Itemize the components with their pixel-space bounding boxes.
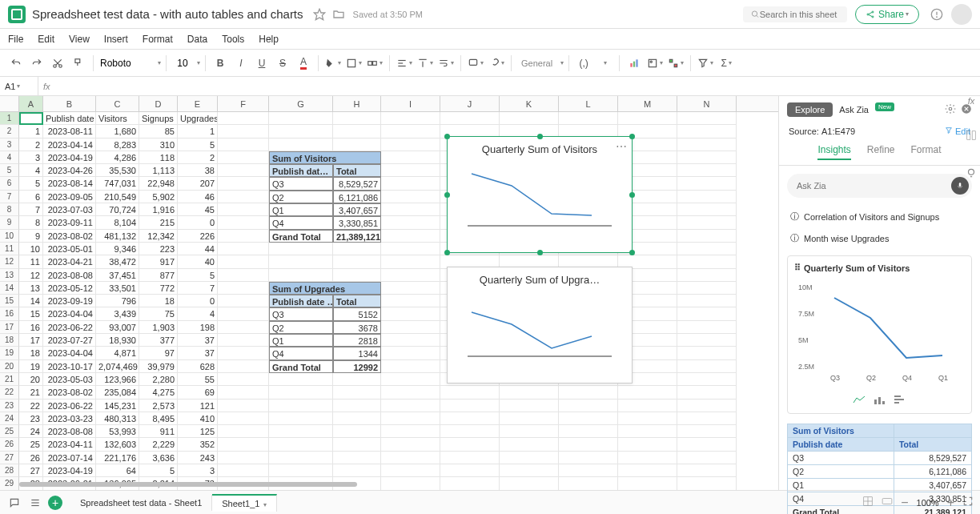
cell[interactable] bbox=[218, 334, 269, 347]
cell[interactable] bbox=[381, 386, 440, 399]
cell[interactable] bbox=[618, 464, 677, 477]
menu-file[interactable]: File bbox=[8, 34, 23, 45]
cell[interactable]: Signups bbox=[139, 112, 178, 125]
cell[interactable] bbox=[269, 125, 333, 138]
cell[interactable]: 772 bbox=[139, 282, 178, 295]
cell[interactable]: 8,495 bbox=[139, 412, 178, 425]
col-header-A[interactable]: A bbox=[19, 96, 43, 111]
cell[interactable]: 310 bbox=[139, 139, 178, 151]
cell[interactable] bbox=[559, 438, 618, 451]
tab-insights[interactable]: Insights bbox=[817, 144, 850, 160]
pivot-title[interactable]: Sum of Upgrades bbox=[269, 282, 381, 295]
cell[interactable] bbox=[500, 425, 559, 438]
comment-icon[interactable] bbox=[6, 495, 22, 511]
row-header[interactable]: 16 bbox=[0, 307, 19, 320]
cell[interactable] bbox=[218, 177, 269, 190]
row-header[interactable]: 19 bbox=[0, 347, 19, 359]
cell[interactable]: 215 bbox=[139, 216, 178, 229]
cell[interactable]: 16 bbox=[19, 321, 43, 334]
keyboard-icon[interactable] bbox=[882, 496, 893, 509]
cell[interactable]: 628 bbox=[178, 360, 218, 373]
cell[interactable]: 75 bbox=[139, 307, 178, 320]
cell[interactable] bbox=[677, 373, 737, 386]
cell[interactable] bbox=[677, 464, 737, 477]
cell[interactable] bbox=[559, 425, 618, 438]
cell[interactable] bbox=[333, 125, 381, 138]
cell[interactable] bbox=[381, 230, 440, 243]
cell[interactable] bbox=[381, 177, 440, 190]
cell[interactable]: 145,231 bbox=[96, 400, 139, 412]
chart-menu-icon[interactable]: ⋯ bbox=[616, 140, 627, 153]
row-header[interactable]: 8 bbox=[0, 203, 19, 216]
cell[interactable] bbox=[677, 112, 737, 125]
cell[interactable] bbox=[218, 139, 269, 151]
cell[interactable]: 2023-08-14 bbox=[43, 177, 96, 190]
row-header[interactable]: 2 bbox=[0, 125, 19, 138]
cell[interactable] bbox=[333, 243, 381, 255]
cell[interactable]: 8,283 bbox=[96, 139, 139, 151]
cell[interactable]: 22,948 bbox=[139, 177, 178, 190]
cell[interactable] bbox=[381, 347, 440, 359]
cell[interactable]: 2818 bbox=[333, 334, 381, 347]
cell[interactable]: Q2 bbox=[269, 191, 333, 203]
cell[interactable]: 0 bbox=[178, 295, 218, 307]
cell[interactable] bbox=[677, 400, 737, 412]
number-format-label[interactable]: General bbox=[516, 58, 557, 68]
menu-help[interactable]: Help bbox=[259, 34, 279, 45]
cell[interactable]: Q4 bbox=[269, 216, 333, 229]
help-icon[interactable] bbox=[930, 8, 943, 21]
fullscreen-icon[interactable] bbox=[962, 496, 974, 509]
cell[interactable]: Q3 bbox=[269, 307, 333, 320]
wrap-button[interactable]: ▾ bbox=[436, 54, 456, 73]
grid-toggle-icon[interactable] bbox=[862, 496, 874, 509]
cell[interactable] bbox=[500, 112, 559, 125]
cell[interactable] bbox=[440, 112, 500, 125]
cell[interactable]: 7 bbox=[178, 282, 218, 295]
cell[interactable]: Q3 bbox=[269, 177, 333, 190]
row-header[interactable]: 24 bbox=[0, 412, 19, 425]
cell[interactable]: 1 bbox=[178, 125, 218, 138]
cell[interactable]: 2023-07-03 bbox=[43, 203, 96, 216]
cell[interactable] bbox=[618, 425, 677, 438]
cell[interactable]: 27 bbox=[19, 464, 43, 477]
cell[interactable] bbox=[269, 373, 333, 386]
cell[interactable]: 5 bbox=[139, 464, 178, 477]
cell[interactable]: 747,031 bbox=[96, 177, 139, 190]
cell[interactable]: 1,903 bbox=[139, 321, 178, 334]
cell[interactable]: 5 bbox=[178, 269, 218, 282]
cell[interactable] bbox=[440, 425, 500, 438]
cell[interactable] bbox=[677, 243, 737, 255]
cell[interactable] bbox=[218, 452, 269, 464]
formula-input[interactable] bbox=[55, 77, 980, 95]
cell[interactable]: 13 bbox=[19, 282, 43, 295]
row-header[interactable]: 26 bbox=[0, 438, 19, 451]
ask-zia-input-container[interactable] bbox=[787, 174, 972, 198]
cell[interactable] bbox=[618, 438, 677, 451]
cell[interactable] bbox=[333, 400, 381, 412]
pivot-title[interactable]: Sum of Visitors bbox=[269, 151, 381, 164]
cell[interactable] bbox=[677, 164, 737, 177]
cell[interactable] bbox=[218, 347, 269, 359]
cell[interactable]: 2023-03-23 bbox=[43, 412, 96, 425]
col-header-K[interactable]: K bbox=[500, 96, 559, 111]
cell[interactable]: 38,472 bbox=[96, 255, 139, 268]
cell[interactable] bbox=[269, 386, 333, 399]
cell[interactable] bbox=[677, 216, 737, 229]
cell[interactable]: Visitors bbox=[96, 112, 139, 125]
cell[interactable] bbox=[218, 400, 269, 412]
strike-button[interactable]: S bbox=[273, 54, 292, 73]
cell[interactable]: 210,549 bbox=[96, 191, 139, 203]
row-header[interactable]: 14 bbox=[0, 282, 19, 295]
cell[interactable]: 19 bbox=[19, 360, 43, 373]
cell[interactable] bbox=[500, 452, 559, 464]
cell[interactable] bbox=[677, 307, 737, 320]
comment-button[interactable]: ▾ bbox=[466, 54, 485, 73]
cell[interactable]: 53,993 bbox=[96, 425, 139, 438]
cell[interactable]: 21 bbox=[19, 386, 43, 399]
bulb-rail-icon[interactable] bbox=[966, 167, 977, 181]
cell[interactable] bbox=[677, 386, 737, 399]
cell[interactable]: 20 bbox=[19, 373, 43, 386]
cell[interactable] bbox=[333, 112, 381, 125]
cell[interactable]: 410 bbox=[178, 412, 218, 425]
cell[interactable]: 2023-10-17 bbox=[43, 360, 96, 373]
